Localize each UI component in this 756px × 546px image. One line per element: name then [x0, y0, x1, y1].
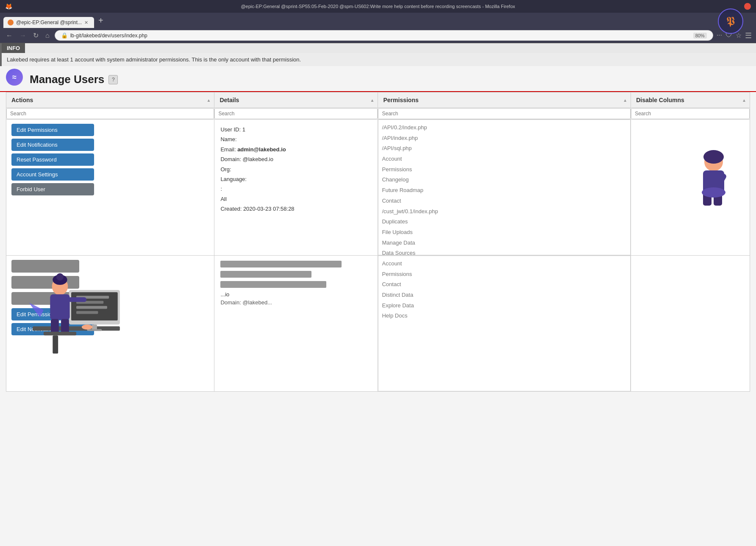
all-field: All	[220, 194, 372, 204]
permission-item: Data Sources	[382, 248, 627, 255]
info-banner-header: INFO	[2, 43, 25, 53]
permission-item: Future Roadmap	[382, 185, 627, 196]
search-row	[6, 108, 750, 120]
permission-item: File Uploads	[382, 227, 627, 238]
blurred-detail-1	[220, 261, 342, 267]
permission-item: Permissions	[382, 164, 627, 175]
window-title: @epic-EP:General @sprint-SP55:05-Feb-202…	[241, 4, 515, 9]
active-tab[interactable]: @epic-EP:General @sprint... ✕	[3, 17, 94, 28]
details-content-2: ...io Domain: @lakebed...	[214, 256, 378, 311]
info-banner: INFO Lakebed requires at least 1 account…	[0, 43, 756, 66]
tab-bar: @epic-EP:General @sprint... ✕ +	[0, 13, 756, 28]
search-input-actions[interactable]	[6, 108, 214, 119]
url-text: lb-git/lakebed/dev/users/index.php	[70, 33, 691, 39]
search-cell-actions	[6, 108, 214, 120]
page-content: ≈ INFO Lakebed requires at least 1 accou…	[0, 43, 756, 546]
pinterest-button[interactable]: 𝕻	[718, 8, 743, 34]
manage-users-header: Manage Users ?	[0, 66, 756, 92]
permission-item: Help Docs	[382, 311, 627, 321]
url-box[interactable]: 🔒 lb-git/lakebed/dev/users/index.php 80%	[55, 30, 713, 41]
page-title: Manage Users	[30, 73, 104, 86]
org-field: Org:	[220, 164, 372, 174]
edit-notifications-button[interactable]: Edit Notifications	[11, 139, 94, 151]
account-settings-button[interactable]: Account Settings	[11, 168, 94, 181]
tab-close-button[interactable]: ✕	[84, 20, 88, 25]
permissions-list-2[interactable]: AccountPermissionsContactDistinct DataEx…	[378, 256, 631, 391]
name-field: Name:	[220, 134, 372, 144]
permissions-cell-2: AccountPermissionsContactDistinct DataEx…	[378, 256, 631, 392]
help-button[interactable]: ?	[108, 75, 118, 84]
domain-row2: Domain: @lakebed...	[220, 299, 372, 306]
permission-item: /API/0.2/index.php	[382, 123, 627, 133]
tab-favicon	[8, 20, 14, 25]
permissions-list-1[interactable]: /API/0.2/index.php/API/index.php/API/sql…	[378, 120, 631, 255]
sort-arrow-disable[interactable]: ▲	[742, 98, 746, 103]
permission-item: /API/sql.php	[382, 143, 627, 154]
permission-item: Contact	[382, 196, 627, 206]
blurred-action-3	[11, 292, 79, 305]
blurred-action-1	[11, 260, 79, 273]
browser-window: 🦊 @epic-EP:General @sprint-SP55:05-Feb-2…	[0, 0, 756, 546]
users-table: Actions ▲ Details ▲ Permissions ▲	[6, 92, 750, 392]
email-field: Email: admin@lakebed.io	[220, 145, 372, 154]
edit-permissions-button[interactable]: Edit Permissions	[11, 124, 94, 136]
forward-button[interactable]: →	[18, 31, 28, 40]
details-content-1: User ID: 1 Name: Email: admin@lakebed.io…	[214, 120, 378, 219]
permission-item: Permissions	[382, 269, 627, 280]
table-row: Edit Permissions Edit Notifications ...i…	[6, 256, 750, 392]
title-bar: 🦊 @epic-EP:General @sprint-SP55:05-Feb-2…	[0, 0, 756, 13]
disable-content-2	[631, 256, 750, 264]
permission-item: /API/index.php	[382, 133, 627, 144]
actions-cell-2: Edit Permissions Edit Notifications	[6, 256, 214, 392]
actions-buttons-1: Edit Permissions Edit Notifications Rese…	[6, 120, 214, 200]
column-header-actions: Actions ▲	[6, 92, 214, 108]
email-row2: ...io	[220, 291, 372, 298]
sort-arrow-actions[interactable]: ▲	[206, 98, 211, 103]
back-button[interactable]: ←	[4, 31, 14, 40]
page-wrapper: ≈ INFO Lakebed requires at least 1 accou…	[0, 43, 756, 392]
column-header-disable: Disable Columns ▲	[631, 92, 750, 108]
table-row: Edit Permissions Edit Notifications Rese…	[6, 120, 750, 256]
search-input-details[interactable]	[214, 108, 378, 119]
user-id: User ID: 1	[220, 125, 372, 134]
sort-arrow-permissions[interactable]: ▲	[623, 98, 627, 103]
details-cell-1: User ID: 1 Name: Email: admin@lakebed.io…	[214, 120, 378, 256]
language-field: Language:	[220, 174, 372, 184]
search-cell-permissions	[378, 108, 631, 120]
new-tab-button[interactable]: +	[94, 16, 108, 28]
main-table-wrapper: Actions ▲ Details ▲ Permissions ▲	[0, 92, 756, 392]
created-field: Created: 2020-03-23 07:58:28	[220, 204, 372, 214]
address-bar: ← → ↻ ⌂ 🔒 lb-git/lakebed/dev/users/index…	[0, 28, 756, 43]
home-button[interactable]: ⌂	[44, 31, 51, 40]
permission-item: Account	[382, 259, 627, 269]
domain-field: Domain: @lakebed.io	[220, 154, 372, 164]
colon-field: :	[220, 184, 372, 194]
blurred-detail-3	[220, 281, 326, 288]
lakebed-logo: ≈	[6, 69, 23, 86]
tab-label: @epic-EP:General @sprint...	[16, 20, 82, 25]
column-header-permissions: Permissions ▲	[378, 92, 631, 108]
actions-cell-1: Edit Permissions Edit Notifications Rese…	[6, 120, 214, 256]
reload-button[interactable]: ↻	[31, 31, 40, 40]
search-input-permissions[interactable]	[378, 108, 631, 119]
search-cell-details	[214, 108, 378, 120]
permissions-cell-1: /API/0.2/index.php/API/index.php/API/sql…	[378, 120, 631, 256]
search-cell-disable	[631, 108, 750, 120]
permission-item: Distinct Data	[382, 290, 627, 301]
permission-item: Explore Data	[382, 301, 627, 311]
pinterest-overlay: 𝕻	[718, 8, 748, 38]
firefox-icon: 🦊	[5, 3, 12, 10]
blurred-action-2	[11, 276, 79, 289]
forbid-user-button[interactable]: Forbid User	[11, 183, 94, 195]
reset-password-button[interactable]: Reset Password	[11, 153, 94, 166]
edit-notifications-button-2[interactable]: Edit Notifications	[11, 323, 94, 335]
permission-item: Account	[382, 154, 627, 164]
edit-permissions-button-2[interactable]: Edit Permissions	[11, 308, 94, 320]
permission-item: Changelog	[382, 175, 627, 185]
permission-item: Contact	[382, 279, 627, 290]
search-input-disable[interactable]	[631, 108, 750, 119]
disable-cell-1	[631, 120, 750, 256]
permission-item: Duplicates	[382, 217, 627, 227]
column-header-details: Details ▲	[214, 92, 378, 108]
sort-arrow-details[interactable]: ▲	[370, 98, 375, 103]
